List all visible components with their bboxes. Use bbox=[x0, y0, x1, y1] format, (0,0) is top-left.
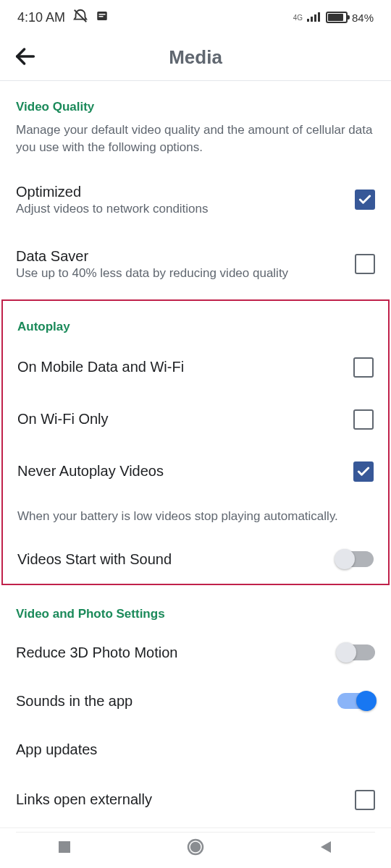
row-title: On Mobile Data and Wi-Fi bbox=[17, 359, 184, 375]
status-time: 4:10 AM bbox=[17, 10, 65, 25]
svg-rect-2 bbox=[99, 14, 106, 15]
row-title: Never Autoplay Videos bbox=[17, 463, 164, 480]
svg-rect-4 bbox=[307, 19, 309, 22]
highlight-autoplay: Autoplay On Mobile Data and Wi-Fi On Wi-… bbox=[1, 299, 390, 585]
checkbox-optimized[interactable] bbox=[355, 190, 375, 210]
checkbox-never[interactable] bbox=[353, 461, 374, 482]
row-app-updates[interactable]: App updates bbox=[16, 726, 375, 774]
app-header: Media bbox=[0, 35, 391, 81]
row-title: App updates bbox=[16, 741, 97, 758]
row-title: Sounds in the app bbox=[16, 693, 133, 710]
checkbox-data-saver[interactable] bbox=[355, 254, 375, 274]
back-arrow-icon[interactable] bbox=[13, 44, 38, 72]
toggle-sounds-app[interactable] bbox=[337, 693, 375, 709]
toggle-videos-sound[interactable] bbox=[336, 551, 374, 567]
notification-icon bbox=[96, 9, 109, 26]
autoplay-note: When your battery is low videos stop pla… bbox=[17, 498, 374, 535]
row-autoplay-mobile-wifi[interactable]: On Mobile Data and Wi-Fi bbox=[17, 341, 374, 393]
row-autoplay-wifi-only[interactable]: On Wi-Fi Only bbox=[17, 393, 374, 446]
row-title: Data Saver bbox=[16, 248, 340, 265]
system-nav-bar bbox=[0, 827, 391, 868]
checkbox-links-external[interactable] bbox=[355, 790, 375, 810]
row-links-external[interactable]: Links open externally bbox=[16, 774, 375, 826]
row-title: Reduce 3D Photo Motion bbox=[16, 644, 177, 661]
section-desc-video-quality: Manage your default video quality and th… bbox=[16, 122, 375, 168]
row-sounds-app[interactable]: Sounds in the app bbox=[16, 677, 375, 726]
svg-rect-9 bbox=[59, 841, 70, 853]
signal-icon bbox=[307, 10, 321, 25]
section-header-video-quality: Video Quality bbox=[16, 81, 375, 122]
row-data-saver[interactable]: Data Saver Use up to 40% less data by re… bbox=[16, 232, 375, 297]
alarm-off-icon bbox=[72, 8, 88, 27]
row-autoplay-never[interactable]: Never Autoplay Videos bbox=[17, 446, 374, 498]
svg-marker-12 bbox=[321, 841, 331, 853]
row-optimized[interactable]: Optimized Adjust videos to network condi… bbox=[16, 168, 375, 232]
checkbox-wifi-only[interactable] bbox=[353, 409, 374, 430]
svg-rect-6 bbox=[314, 14, 316, 22]
row-reduce-3d[interactable]: Reduce 3D Photo Motion bbox=[16, 629, 375, 677]
row-sub: Adjust videos to network conditions bbox=[16, 202, 340, 216]
row-title: Videos Start with Sound bbox=[17, 551, 172, 568]
back-nav-icon[interactable] bbox=[319, 840, 334, 857]
svg-rect-3 bbox=[99, 16, 104, 17]
section-header-autoplay: Autoplay bbox=[17, 301, 374, 341]
network-label: 4G bbox=[293, 14, 303, 22]
section-header-video-photo: Video and Photo Settings bbox=[16, 588, 375, 629]
battery-icon bbox=[326, 12, 348, 23]
svg-point-11 bbox=[191, 843, 200, 851]
row-title: Links open externally bbox=[16, 791, 152, 808]
row-title: Optimized bbox=[16, 184, 340, 200]
status-bar: 4:10 AM 4G 84% bbox=[0, 0, 391, 35]
home-icon[interactable] bbox=[186, 838, 205, 859]
row-sub: Use up to 40% less data by reducing vide… bbox=[16, 266, 340, 281]
recent-apps-icon[interactable] bbox=[57, 840, 72, 857]
row-title: On Wi-Fi Only bbox=[17, 411, 109, 427]
svg-rect-5 bbox=[311, 17, 313, 22]
checkbox-mobile-wifi[interactable] bbox=[353, 357, 374, 378]
svg-rect-7 bbox=[318, 12, 320, 22]
page-title: Media bbox=[13, 46, 378, 69]
toggle-reduce-3d[interactable] bbox=[337, 644, 375, 660]
battery-percent: 84% bbox=[352, 12, 374, 24]
row-videos-sound[interactable]: Videos Start with Sound bbox=[17, 535, 374, 584]
